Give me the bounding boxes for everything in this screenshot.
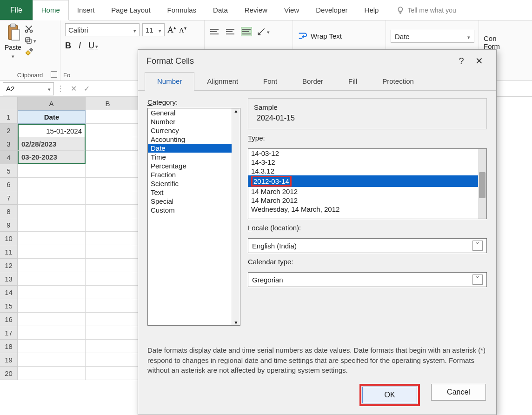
tab-view[interactable]: View xyxy=(276,0,307,20)
category-scrollbar[interactable]: ▲ ▼ xyxy=(232,108,240,325)
cell[interactable] xyxy=(86,326,130,340)
cell[interactable] xyxy=(18,326,86,340)
cell[interactable] xyxy=(86,340,130,353)
category-item[interactable]: Custom xyxy=(148,206,240,214)
row-header[interactable]: 8 xyxy=(0,205,18,218)
cell[interactable] xyxy=(86,137,130,151)
tab-insert[interactable]: Insert xyxy=(69,0,103,20)
scroll-up-icon[interactable]: ▲ xyxy=(234,108,239,114)
type-item[interactable]: 14-3-12 xyxy=(248,158,486,167)
cell[interactable] xyxy=(86,151,130,164)
tab-review[interactable]: Review xyxy=(236,0,276,20)
type-list[interactable]: 14-03-12 14-3-12 14.3.12 2012-03-14 14 M… xyxy=(248,148,487,219)
clipboard-dialog-launcher[interactable] xyxy=(51,71,57,78)
cell[interactable] xyxy=(18,205,86,218)
cell[interactable] xyxy=(18,299,86,313)
row-header[interactable]: 14 xyxy=(0,286,18,299)
paste-button[interactable]: Paste xyxy=(5,23,21,60)
cancel-button[interactable]: Cancel xyxy=(431,384,486,401)
tab-home[interactable]: Home xyxy=(33,0,69,20)
type-item[interactable]: 14.3.12 xyxy=(248,167,486,175)
number-format-combo[interactable]: Date xyxy=(391,30,474,43)
cell[interactable] xyxy=(18,245,86,259)
category-item[interactable]: Time xyxy=(148,153,240,161)
cell[interactable] xyxy=(86,245,130,259)
enter-formula-icon[interactable]: ✓ xyxy=(80,84,93,93)
row-header[interactable]: 9 xyxy=(0,218,18,232)
cell[interactable] xyxy=(18,191,86,205)
cell[interactable] xyxy=(86,272,130,286)
align-middle-button[interactable] xyxy=(225,27,236,36)
cell[interactable] xyxy=(18,313,86,326)
cell[interactable] xyxy=(18,218,86,232)
category-list[interactable]: General Number Currency Accounting Date … xyxy=(147,108,240,326)
row-header[interactable]: 16 xyxy=(0,313,18,326)
tab-formulas[interactable]: Formulas xyxy=(159,0,205,20)
cancel-formula-icon[interactable]: ✕ xyxy=(67,84,80,93)
copy-button[interactable] xyxy=(24,36,36,45)
font-size-combo[interactable]: 11 xyxy=(142,23,165,36)
italic-button[interactable]: I xyxy=(79,41,81,51)
align-bottom-button[interactable] xyxy=(241,27,252,36)
close-icon[interactable]: ✕ xyxy=(470,55,488,67)
row-header[interactable]: 1 xyxy=(0,110,18,124)
ok-button[interactable]: OK xyxy=(362,387,417,403)
row-header[interactable]: 17 xyxy=(0,326,18,340)
help-icon[interactable]: ? xyxy=(452,56,470,67)
cell[interactable] xyxy=(86,259,130,272)
wrap-text-button[interactable]: Wrap Text xyxy=(298,31,381,41)
cell[interactable] xyxy=(86,313,130,326)
select-all-corner[interactable] xyxy=(0,97,18,110)
type-item[interactable]: 14-03-12 xyxy=(248,149,486,158)
category-item[interactable]: Percentage xyxy=(148,161,240,170)
cell[interactable] xyxy=(18,367,86,380)
cell-A3[interactable]: 02/28/2023 xyxy=(18,137,86,151)
row-header[interactable]: 15 xyxy=(0,299,18,313)
row-header[interactable]: 10 xyxy=(0,232,18,245)
row-header[interactable]: 5 xyxy=(0,164,18,178)
type-scrollbar[interactable] xyxy=(478,149,486,219)
name-box[interactable]: A2 xyxy=(3,82,54,95)
tab-developer[interactable]: Developer xyxy=(307,0,356,20)
cell[interactable] xyxy=(18,272,86,286)
cell[interactable] xyxy=(86,110,130,124)
calendar-dropdown[interactable]: Gregorian ˅ xyxy=(248,272,487,287)
category-item[interactable]: Accounting xyxy=(148,135,240,144)
cell[interactable] xyxy=(86,286,130,299)
cell[interactable] xyxy=(18,340,86,353)
row-header[interactable]: 4 xyxy=(0,151,18,164)
cell[interactable] xyxy=(86,218,130,232)
cell-A2[interactable]: 15-01-2024 xyxy=(18,124,86,137)
tab-file[interactable]: File xyxy=(0,0,33,20)
cell[interactable] xyxy=(86,191,130,205)
type-item[interactable]: 14 March 2012 xyxy=(248,187,486,196)
cell[interactable] xyxy=(86,164,130,178)
category-item[interactable]: Number xyxy=(148,117,240,126)
dialog-titlebar[interactable]: Format Cells ? ✕ xyxy=(138,50,496,72)
cut-icon[interactable] xyxy=(24,24,33,33)
category-item-selected[interactable]: Date xyxy=(148,144,240,153)
tab-page-layout[interactable]: Page Layout xyxy=(103,0,159,20)
align-top-button[interactable] xyxy=(209,27,220,36)
cell-A1[interactable]: Date xyxy=(18,110,86,124)
dlg-tab-fill[interactable]: Fill xyxy=(336,72,370,90)
cell[interactable] xyxy=(86,299,130,313)
cell[interactable] xyxy=(18,178,86,191)
row-header[interactable]: 7 xyxy=(0,191,18,205)
category-item[interactable]: Text xyxy=(148,188,240,197)
scroll-down-icon[interactable]: ▼ xyxy=(234,320,239,325)
type-item-selected[interactable]: 2012-03-14 xyxy=(248,175,486,187)
dlg-tab-number[interactable]: Number xyxy=(145,72,194,91)
tab-data[interactable]: Data xyxy=(205,0,236,20)
cell[interactable] xyxy=(86,367,130,380)
cell[interactable] xyxy=(18,353,86,367)
cell[interactable] xyxy=(18,164,86,178)
category-item[interactable]: Fraction xyxy=(148,170,240,179)
category-item[interactable]: Currency xyxy=(148,126,240,135)
decrease-font-icon[interactable]: A▾ xyxy=(179,26,186,34)
row-header[interactable]: 2 xyxy=(0,124,18,137)
tab-help[interactable]: Help xyxy=(356,0,387,20)
dlg-tab-font[interactable]: Font xyxy=(251,72,290,90)
cell[interactable] xyxy=(86,124,130,137)
type-item[interactable]: Wednesday, 14 March, 2012 xyxy=(248,205,486,214)
